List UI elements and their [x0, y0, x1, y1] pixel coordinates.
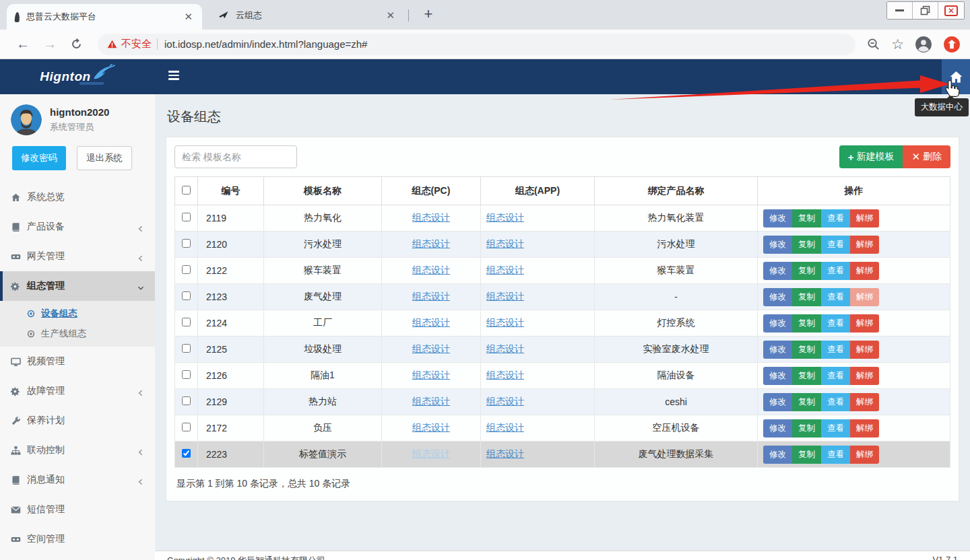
- view-button[interactable]: 查看: [821, 262, 850, 280]
- table-row[interactable]: 2172负压组态设计组态设计空压机设备修改复制查看解绑: [175, 415, 950, 442]
- browser-extension-icon[interactable]: [943, 36, 961, 53]
- copy-button[interactable]: 复制: [792, 446, 821, 464]
- sidebar-item-产品设备[interactable]: 产品设备: [0, 212, 155, 242]
- address-bar[interactable]: 不安全 iot.idosp.net/admin/index.html?langu…: [98, 34, 855, 55]
- zoom-icon[interactable]: [866, 37, 880, 51]
- pc-design-link[interactable]: 组态设计: [412, 212, 450, 223]
- logout-button[interactable]: 退出系统: [77, 146, 132, 170]
- table-row[interactable]: 2125垃圾处理组态设计组态设计实验室废水处理修改复制查看解绑: [175, 337, 950, 363]
- unbind-button[interactable]: 解绑: [850, 262, 879, 280]
- new-template-button[interactable]: +新建模板: [839, 145, 903, 168]
- table-row[interactable]: 2123废气处理组态设计组态设计-修改复制查看解绑: [175, 284, 950, 310]
- url-text[interactable]: iot.idosp.net/admin/index.html?language=…: [164, 38, 367, 50]
- view-button[interactable]: 查看: [821, 367, 850, 385]
- pc-design-link[interactable]: 组态设计: [412, 291, 450, 302]
- copy-button[interactable]: 复制: [792, 236, 821, 254]
- app-design-link[interactable]: 组态设计: [486, 265, 524, 275]
- reload-icon[interactable]: [70, 38, 83, 50]
- unbind-button[interactable]: 解绑: [850, 236, 879, 254]
- sidebar-subitem-设备组态[interactable]: 设备组态: [0, 304, 155, 324]
- sidebar-item-消息通知[interactable]: 消息通知: [0, 465, 155, 495]
- edit-button[interactable]: 修改: [763, 393, 792, 411]
- app-design-link[interactable]: 组态设计: [486, 422, 524, 433]
- row-checkbox[interactable]: [182, 370, 191, 379]
- user-avatar[interactable]: [11, 104, 42, 135]
- copy-button[interactable]: 复制: [792, 419, 821, 438]
- table-row[interactable]: 2129热力站组态设计组态设计ceshi修改复制查看解绑: [175, 389, 950, 415]
- view-button[interactable]: 查看: [821, 288, 850, 306]
- profile-avatar-icon[interactable]: [915, 36, 932, 53]
- view-button[interactable]: 查看: [821, 341, 850, 359]
- edit-button[interactable]: 修改: [763, 314, 792, 332]
- forward-icon[interactable]: →: [43, 36, 57, 52]
- browser-tab-inactive[interactable]: 云组态 ✕: [210, 5, 404, 26]
- unbind-button[interactable]: 解绑: [850, 446, 879, 464]
- delete-button[interactable]: ✕删除: [903, 145, 950, 168]
- row-checkbox[interactable]: [182, 213, 191, 221]
- security-warning-label[interactable]: 不安全: [121, 38, 152, 50]
- sidebar-item-保养计划[interactable]: 保养计划: [0, 406, 155, 435]
- back-icon[interactable]: ←: [16, 36, 30, 52]
- copy-button[interactable]: 复制: [792, 288, 821, 306]
- pc-design-link[interactable]: 组态设计: [412, 422, 450, 433]
- edit-button[interactable]: 修改: [763, 341, 792, 359]
- table-row[interactable]: 2119热力氧化组态设计组态设计热力氧化装置修改复制查看解绑: [175, 205, 950, 232]
- view-button[interactable]: 查看: [821, 209, 850, 228]
- copy-button[interactable]: 复制: [792, 314, 821, 332]
- app-design-link[interactable]: 组态设计: [486, 212, 524, 223]
- view-button[interactable]: 查看: [821, 314, 850, 332]
- unbind-button[interactable]: 解绑: [850, 367, 879, 385]
- change-password-button[interactable]: 修改密码: [12, 146, 66, 170]
- row-checkbox[interactable]: [182, 291, 191, 300]
- unbind-button[interactable]: 解绑: [850, 393, 879, 411]
- window-close-button[interactable]: ✕: [938, 2, 964, 19]
- window-restore-button[interactable]: [913, 2, 938, 19]
- row-checkbox[interactable]: [182, 239, 191, 248]
- sidebar-item-视频管理[interactable]: 视频管理: [0, 347, 155, 376]
- pc-design-link[interactable]: 组态设计: [412, 370, 450, 380]
- home-button[interactable]: [942, 59, 970, 94]
- sidebar-item-系统总览[interactable]: 系统总览: [0, 182, 155, 212]
- sidebar-item-联动控制[interactable]: 联动控制: [0, 435, 155, 465]
- edit-button[interactable]: 修改: [763, 236, 792, 254]
- table-row[interactable]: 2124工厂组态设计组态设计灯控系统修改复制查看解绑: [175, 310, 950, 337]
- browser-tab-active[interactable]: 思普云大数据平台 ✕: [7, 4, 202, 30]
- edit-button[interactable]: 修改: [763, 262, 792, 280]
- unbind-button[interactable]: 解绑: [850, 288, 879, 306]
- sidebar-item-网关管理[interactable]: 网关管理: [0, 242, 155, 271]
- table-row[interactable]: 2223标签值演示组态设计组态设计废气处理数据采集修改复制查看解绑: [175, 442, 950, 468]
- view-button[interactable]: 查看: [821, 393, 850, 411]
- view-button[interactable]: 查看: [821, 236, 850, 254]
- table-row[interactable]: 2122猴车装置组态设计组态设计猴车装置修改复制查看解绑: [175, 258, 950, 284]
- app-design-link[interactable]: 组态设计: [486, 396, 524, 407]
- pc-design-link[interactable]: 组态设计: [412, 396, 450, 407]
- app-design-link[interactable]: 组态设计: [486, 291, 524, 302]
- unbind-button[interactable]: 解绑: [850, 209, 879, 228]
- edit-button[interactable]: 修改: [763, 446, 792, 464]
- new-tab-button[interactable]: +: [419, 5, 438, 24]
- unbind-button[interactable]: 解绑: [850, 419, 879, 438]
- table-row[interactable]: 2120污水处理组态设计组态设计污水处理修改复制查看解绑: [175, 232, 950, 258]
- unbind-button[interactable]: 解绑: [850, 314, 879, 332]
- row-checkbox[interactable]: [182, 265, 191, 274]
- app-design-link[interactable]: 组态设计: [486, 317, 524, 328]
- copy-button[interactable]: 复制: [792, 393, 821, 411]
- view-button[interactable]: 查看: [821, 446, 850, 464]
- view-button[interactable]: 查看: [821, 419, 850, 438]
- sidebar-subitem-生产线组态[interactable]: 生产线组态: [0, 324, 155, 344]
- copy-button[interactable]: 复制: [792, 262, 821, 280]
- sidebar-item-空间管理[interactable]: 空间管理: [0, 524, 155, 554]
- row-checkbox[interactable]: [182, 396, 191, 405]
- sidebar-item-组态管理[interactable]: 组态管理: [0, 271, 155, 301]
- app-design-link[interactable]: 组态设计: [486, 343, 524, 354]
- pc-design-link[interactable]: 组态设计: [412, 317, 450, 328]
- copy-button[interactable]: 复制: [792, 367, 821, 385]
- app-design-link[interactable]: 组态设计: [486, 370, 524, 380]
- app-design-link[interactable]: 组态设计: [486, 448, 524, 459]
- tab-close-icon[interactable]: ✕: [385, 9, 396, 22]
- row-checkbox[interactable]: [182, 423, 191, 431]
- edit-button[interactable]: 修改: [763, 367, 792, 385]
- bookmark-star-icon[interactable]: ☆: [891, 36, 904, 53]
- unbind-button[interactable]: 解绑: [850, 341, 879, 359]
- select-all-checkbox[interactable]: [182, 186, 191, 195]
